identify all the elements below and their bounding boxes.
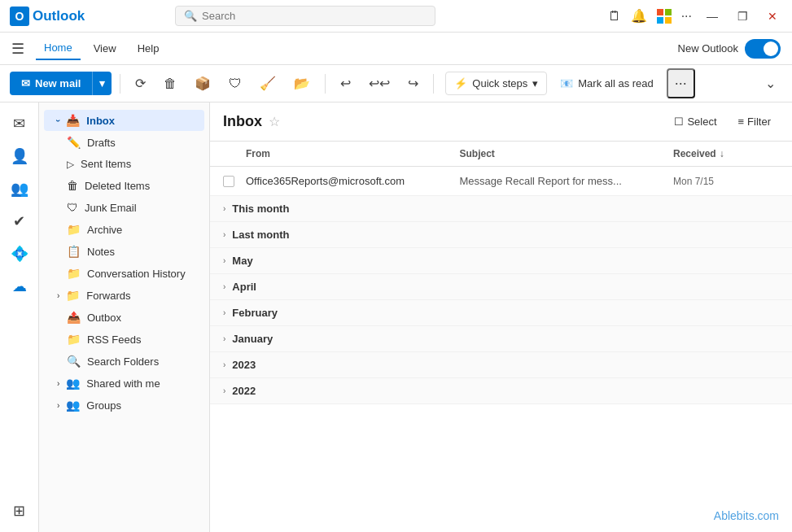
new-mail-button-main[interactable]: ✉ New mail xyxy=(10,72,92,95)
move-icon: ⟳ xyxy=(135,76,146,91)
email-date: Mon 7/15 xyxy=(673,176,779,187)
sidebar-icon-mail[interactable]: ✉ xyxy=(5,109,34,138)
delete-button[interactable]: 🗑 xyxy=(157,72,183,96)
menu-view[interactable]: View xyxy=(85,37,125,59)
sidebar-icon-people[interactable]: 👤 xyxy=(5,142,34,171)
col-received-label: Received xyxy=(673,148,716,159)
folder-drafts[interactable]: ✏️ Drafts xyxy=(54,132,204,153)
outlook-icon: O xyxy=(10,7,29,26)
toolbar-more-button[interactable]: ··· xyxy=(667,68,695,98)
col-from[interactable]: From xyxy=(246,148,460,159)
sidebar-icon-tasks[interactable]: ✔ xyxy=(5,207,34,236)
group-january[interactable]: › January xyxy=(210,326,792,352)
group-may-label: May xyxy=(232,255,252,267)
app-logo: O Outlook xyxy=(10,7,85,26)
group-february[interactable]: › February xyxy=(210,300,792,326)
quick-steps-chevron: ▾ xyxy=(532,77,538,89)
hamburger-button[interactable]: ☰ xyxy=(11,40,24,58)
groups-chevron: › xyxy=(57,401,59,410)
report-button[interactable]: 🛡 xyxy=(222,72,248,96)
toolbar-expand-button[interactable]: ⌄ xyxy=(759,71,782,96)
minimize-button[interactable]: — xyxy=(702,10,723,23)
select-label: Select xyxy=(687,116,716,128)
conv-history-icon: 📁 xyxy=(67,267,81,280)
folder-sent[interactable]: ▷ Sent Items xyxy=(54,154,204,174)
search-input[interactable] xyxy=(202,10,427,22)
group-2022[interactable]: › 2022 xyxy=(210,378,792,404)
email-checkbox[interactable] xyxy=(223,176,234,187)
app-name: Outlook xyxy=(33,8,85,24)
group-2023[interactable]: › 2023 xyxy=(210,352,792,378)
new-mail-dropdown[interactable]: ▾ xyxy=(92,72,112,95)
reply-all-icon: ↩↩ xyxy=(369,76,390,91)
forward-button[interactable]: ↪ xyxy=(401,71,425,96)
archive-button[interactable]: 📦 xyxy=(188,71,217,96)
group-this-month[interactable]: › This month xyxy=(210,196,792,222)
email-row[interactable]: Office365Reports@microsoft.com Message R… xyxy=(210,167,792,196)
move-button[interactable]: ⟳ xyxy=(129,71,152,96)
restore-button[interactable]: ❐ xyxy=(733,10,753,23)
sidebar-icon-teams[interactable]: 💠 xyxy=(5,239,34,268)
bell-icon[interactable]: 🔔 xyxy=(631,8,647,24)
folder-shared[interactable]: › 👥 Shared with me xyxy=(44,373,204,394)
mark-all-read-button[interactable]: 📧 Mark all as read xyxy=(552,72,661,94)
folder-forwards[interactable]: › 📁 Forwards xyxy=(44,285,204,306)
compose-icon[interactable]: 🗒 xyxy=(608,9,621,24)
folder-inbox[interactable]: › 📥 Inbox xyxy=(44,110,204,131)
group-2022-label: 2022 xyxy=(232,385,256,397)
close-button[interactable]: ✕ xyxy=(763,10,782,23)
reply-all-button[interactable]: ↩↩ xyxy=(362,71,396,96)
move-to-button[interactable]: 📂 xyxy=(287,71,317,96)
sidebar-icon-onedrive[interactable]: ☁ xyxy=(5,272,34,301)
inbox-star[interactable]: ☆ xyxy=(269,114,280,129)
folder-search[interactable]: 🔍 Search Folders xyxy=(44,351,204,372)
reply-button[interactable]: ↩ xyxy=(334,71,357,96)
group-april[interactable]: › April xyxy=(210,274,792,300)
more-icon[interactable]: ··· xyxy=(681,9,692,24)
menu-home[interactable]: Home xyxy=(36,37,81,60)
col-subject[interactable]: Subject xyxy=(460,148,674,159)
folder-rss[interactable]: 📁 RSS Feeds xyxy=(44,329,204,350)
inbox-children: ✏️ Drafts ▷ Sent Items 🗑 Deleted Items 🛡… xyxy=(39,132,209,284)
select-button[interactable]: ☐ Select xyxy=(666,112,724,131)
menu-help[interactable]: Help xyxy=(129,37,168,59)
folder-outbox[interactable]: 📤 Outbox xyxy=(44,307,204,328)
sidebar-icon-groups[interactable]: 👥 xyxy=(5,174,34,203)
quick-steps-button[interactable]: ⚡ Quick steps ▾ xyxy=(445,72,547,95)
people-nav-icon: 👤 xyxy=(11,147,28,165)
mail-nav-icon: ✉ xyxy=(13,115,25,133)
group-february-label: February xyxy=(232,307,278,319)
email-list-header: From Subject Received ↓ xyxy=(210,142,792,167)
folder-junk[interactable]: 🛡 Junk Email xyxy=(54,197,204,218)
group-2023-chevron: › xyxy=(223,360,225,369)
sweep-button[interactable]: 🧹 xyxy=(253,71,282,96)
onedrive-nav-icon: ☁ xyxy=(12,277,27,295)
outlook-toggle-switch[interactable] xyxy=(745,39,781,59)
col-checkbox xyxy=(223,148,246,159)
folder-conv-history-label: Conversation History xyxy=(87,268,195,280)
folder-notes[interactable]: 📋 Notes xyxy=(54,241,204,262)
col-received[interactable]: Received ↓ xyxy=(673,148,779,159)
group-last-month[interactable]: › Last month xyxy=(210,222,792,248)
received-sort-icon: ↓ xyxy=(720,148,724,159)
lightning-icon: ⚡ xyxy=(454,77,467,89)
sidebar-icon-apps[interactable]: ⊞ xyxy=(5,496,34,525)
toolbar: ✉ New mail ▾ ⟳ 🗑 📦 🛡 🧹 📂 ↩ ↩↩ ↪ ⚡ Quick … xyxy=(0,65,792,102)
toolbar-separator-2 xyxy=(325,74,326,94)
folder-deleted[interactable]: 🗑 Deleted Items xyxy=(54,175,204,196)
group-may[interactable]: › May xyxy=(210,248,792,274)
filter-button[interactable]: ≡ Filter xyxy=(730,112,779,131)
folder-search-label: Search Folders xyxy=(87,355,195,368)
new-mail-button[interactable]: ✉ New mail ▾ xyxy=(10,72,112,95)
new-outlook-toggle[interactable]: New Outlook xyxy=(678,39,781,59)
folder-archive[interactable]: 📁 Archive xyxy=(54,219,204,240)
shared-chevron: › xyxy=(57,379,59,388)
email-list: Office365Reports@microsoft.com Message R… xyxy=(210,167,792,532)
email-checkbox-cell[interactable] xyxy=(223,176,246,187)
reply-icon: ↩ xyxy=(340,76,351,91)
folder-groups[interactable]: › 👥 Groups xyxy=(44,395,204,416)
folder-conv-history[interactable]: 📁 Conversation History xyxy=(54,263,204,284)
sweep-icon: 🧹 xyxy=(260,76,276,91)
search-bar[interactable]: 🔍 xyxy=(175,6,435,26)
folder-pane: › 📥 Inbox ✏️ Drafts ▷ Sent Items 🗑 Delet… xyxy=(39,102,210,532)
